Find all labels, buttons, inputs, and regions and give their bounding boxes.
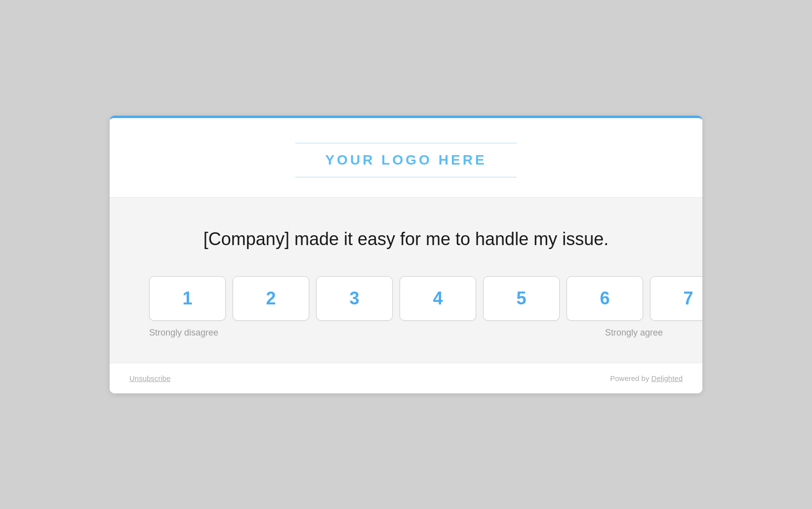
scale-button-3[interactable]: 3 xyxy=(316,276,393,321)
survey-question: [Company] made it easy for me to handle … xyxy=(149,227,663,252)
scale-button-4[interactable]: 4 xyxy=(400,276,476,321)
scale-button-6[interactable]: 6 xyxy=(567,276,643,321)
delighted-link[interactable]: Delighted xyxy=(651,374,683,382)
label-strongly-agree: Strongly agree xyxy=(605,328,663,338)
scale-button-7[interactable]: 7 xyxy=(650,276,702,321)
survey-section: [Company] made it easy for me to handle … xyxy=(110,198,702,363)
powered-by-text: Powered by xyxy=(610,374,651,382)
scale-button-1[interactable]: 1 xyxy=(149,276,226,321)
scale-button-2[interactable]: 2 xyxy=(233,276,309,321)
unsubscribe-link[interactable]: Unsubscribe xyxy=(129,374,170,382)
footer-section: Unsubscribe Powered by Delighted xyxy=(110,363,702,393)
logo-section: YOUR LOGO HERE xyxy=(110,118,702,198)
powered-by: Powered by Delighted xyxy=(610,374,683,382)
logo-text: YOUR LOGO HERE xyxy=(325,152,487,168)
labels-row: Strongly disagree Strongly agree xyxy=(149,328,663,338)
logo-wrapper: YOUR LOGO HERE xyxy=(295,143,516,177)
buttons-row: 1 2 3 4 5 6 7 xyxy=(149,276,702,321)
survey-card: YOUR LOGO HERE [Company] made it easy fo… xyxy=(110,116,702,393)
scale-button-5[interactable]: 5 xyxy=(483,276,560,321)
label-strongly-disagree: Strongly disagree xyxy=(149,328,218,338)
scale-container: 1 2 3 4 5 6 7 Strongly disagree Strongly… xyxy=(149,276,663,338)
